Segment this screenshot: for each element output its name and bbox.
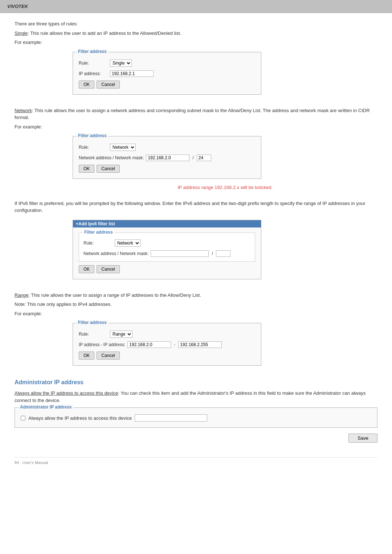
intro-single-desc: Single: This rule allows the user to add…	[15, 30, 377, 37]
network-label: Network	[15, 108, 32, 113]
ipv6-rule-row: Rule: Network	[83, 239, 250, 247]
intro-line1: There are three types of rules:	[15, 20, 377, 28]
ipv6-rule-select[interactable]: Network	[115, 239, 140, 247]
filter1-rule-select[interactable]: Single	[110, 59, 132, 67]
range-desc-text: : This rule allows the user to assign a …	[28, 292, 201, 298]
filter2-net-input[interactable]	[146, 155, 189, 161]
ipv6-intro: If IPv6 filter is preferred, you will be…	[15, 200, 377, 214]
network-desc: Network: This rule allows the user to as…	[15, 107, 377, 121]
ipv6-section: If IPv6 filter is preferred, you will be…	[15, 200, 377, 283]
footer-text: 84 - User's Manual	[15, 457, 377, 465]
admin-box-title: Administrator IP address	[19, 405, 73, 410]
ipv6-mask-input[interactable]	[216, 250, 230, 257]
range-note: Note: This rule only applies to IPv4 add…	[15, 301, 377, 308]
filter2-rule-label: Rule:	[79, 145, 108, 150]
ipv6-inner: Filter address Rule: Network Network add…	[73, 227, 261, 275]
filter1-cancel-button[interactable]: Cancel	[97, 81, 119, 89]
intro-section: There are three types of rules: Single: …	[15, 20, 377, 98]
admin-section: Administrator IP address Always allow th…	[15, 378, 377, 443]
ipv6-cancel-button[interactable]: Cancel	[97, 265, 119, 273]
filter1-rule-label: Rule:	[79, 61, 108, 66]
filter2-cancel-button[interactable]: Cancel	[97, 165, 119, 173]
filter1-ip-label: IP address:	[79, 71, 108, 76]
ipv6-title-bar: +Add Ipv6 filter list	[73, 220, 261, 227]
network-desc-text: : This rule allows the user to assign a …	[15, 108, 370, 120]
ipv6-sub-title: Filter address	[83, 230, 114, 235]
filter3-ip-label: IP address - IP address:	[79, 342, 125, 347]
admin-desc-underline: Always allow the IP address to access th…	[15, 390, 118, 396]
filter2-btn-row: OK Cancel	[79, 165, 255, 173]
filter3-ip-start-input[interactable]	[127, 341, 171, 348]
ipv6-net-input[interactable]	[151, 250, 209, 257]
filter1-ip-row: IP address:	[79, 70, 255, 77]
filter3-cancel-button[interactable]: Cancel	[97, 352, 119, 360]
page-header: VIVOTEK	[0, 0, 392, 13]
filter3-ok-button[interactable]: OK	[79, 352, 94, 360]
range-label: Range	[15, 292, 28, 298]
filter-box-single: Filter address Rule: Single IP address: …	[73, 52, 261, 95]
filter1-btn-row: OK Cancel	[79, 81, 255, 89]
dash-separator: -	[174, 342, 175, 347]
admin-checkbox-label: Always allow the IP address to access th…	[28, 415, 132, 421]
filter1-rule-row: Rule: Single	[79, 59, 255, 67]
filter2-ok-button[interactable]: OK	[79, 165, 94, 173]
filter3-rule-select[interactable]: Range	[110, 331, 132, 338]
filter1-ip-input[interactable]	[110, 70, 154, 77]
filter-box-single-title: Filter address	[77, 49, 108, 54]
range-desc: Range: This rule allows the user to assi…	[15, 292, 377, 299]
ipv6-ok-button[interactable]: OK	[79, 265, 94, 273]
admin-checkbox[interactable]	[21, 416, 25, 420]
ipv6-slash: /	[212, 251, 213, 256]
single-label: Single	[15, 30, 28, 36]
save-row: Save	[15, 434, 377, 443]
brand-logo: VIVOTEK	[7, 4, 28, 9]
save-button[interactable]: Save	[348, 434, 377, 443]
filter1-ok-button[interactable]: OK	[79, 81, 94, 89]
range-section: Range: This rule allows the user to assi…	[15, 292, 377, 370]
filter2-net-label: Network address / Network mask:	[79, 155, 144, 160]
filter2-mask-input[interactable]	[197, 155, 211, 161]
filter3-rule-label: Rule:	[79, 332, 108, 337]
filter3-btn-row: OK Cancel	[79, 352, 255, 360]
ipv6-filter-sub: Filter address Rule: Network Network add…	[79, 233, 255, 262]
network-for-example: For example:	[15, 123, 377, 131]
ipv6-box: +Add Ipv6 filter list Filter address Rul…	[73, 220, 261, 279]
filter-box-range: Filter address Rule: Range IP address - …	[73, 323, 261, 366]
ip-range-note: IP address range 192.168.2.x will be bol…	[73, 184, 377, 191]
filter2-rule-select[interactable]: Network	[110, 144, 136, 151]
admin-box: Administrator IP address Always allow th…	[15, 407, 377, 428]
filter-box-network: Filter address Rule: Network Network add…	[73, 136, 261, 179]
admin-desc: Always allow the IP address to access th…	[15, 390, 377, 404]
admin-row: Always allow the IP address to access th…	[21, 414, 371, 422]
admin-ip-input[interactable]	[135, 414, 207, 422]
intro-for-example: For example:	[15, 39, 377, 46]
range-for-example: For example:	[15, 310, 377, 317]
single-desc: : This rule allows the user to add an IP…	[28, 30, 181, 36]
ipv6-net-row: Network address / Network mask: /	[83, 250, 250, 257]
filter3-rule-row: Rule: Range	[79, 331, 255, 338]
filter3-ip-row: IP address - IP address: -	[79, 341, 255, 348]
ipv6-rule-label: Rule:	[83, 241, 113, 246]
filter3-ip-end-input[interactable]	[178, 341, 222, 348]
ipv6-btn-row: OK Cancel	[79, 265, 255, 273]
filter2-net-row: Network address / Network mask: /	[79, 155, 255, 161]
network-section: Network: This rule allows the user to as…	[15, 107, 377, 191]
filter-box-range-title: Filter address	[77, 320, 108, 325]
main-content: There are three types of rules: Single: …	[0, 13, 392, 479]
filter-box-network-title: Filter address	[77, 133, 108, 138]
filter2-rule-row: Rule: Network	[79, 144, 255, 151]
ipv6-net-label: Network address / Network mask:	[83, 251, 148, 256]
slash-separator: /	[192, 155, 193, 160]
admin-section-title: Administrator IP address	[15, 378, 377, 387]
